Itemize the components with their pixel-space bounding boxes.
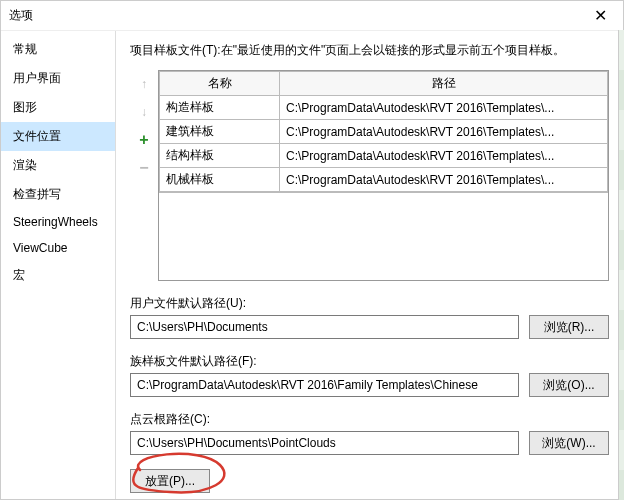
- col-header-path[interactable]: 路径: [280, 72, 608, 96]
- options-window: 选项 ✕ 常规 用户界面 图形 文件位置 渲染 检查拼写 SteeringWhe…: [0, 0, 624, 500]
- cell-name[interactable]: 构造样板: [160, 96, 280, 120]
- pointcloud-path-input[interactable]: [130, 431, 519, 455]
- field-user-path: 用户文件默认路径(U): 浏览(R)...: [130, 295, 609, 339]
- table-row[interactable]: 建筑样板 C:\ProgramData\Autodesk\RVT 2016\Te…: [160, 120, 608, 144]
- arrow-down-icon: ↓: [141, 105, 147, 119]
- table-area: ↑ ↓ + − 名称 路径: [130, 70, 609, 281]
- table-row[interactable]: 构造样板 C:\ProgramData\Autodesk\RVT 2016\Te…: [160, 96, 608, 120]
- cell-name[interactable]: 建筑样板: [160, 120, 280, 144]
- templates-table[interactable]: 名称 路径 构造样板 C:\ProgramData\Autodesk\RVT 2…: [158, 70, 609, 281]
- sidebar-item-graphics[interactable]: 图形: [1, 93, 115, 122]
- minus-icon: −: [139, 159, 148, 177]
- description-text: 项目样板文件(T):在"最近使用的文件"页面上会以链接的形式显示前五个项目样板。: [130, 41, 609, 60]
- sidebar-item-render[interactable]: 渲染: [1, 151, 115, 180]
- table-row[interactable]: 机械样板 C:\ProgramData\Autodesk\RVT 2016\Te…: [160, 168, 608, 192]
- sidebar-item-file-locations[interactable]: 文件位置: [1, 122, 115, 151]
- remove-row-button[interactable]: −: [134, 158, 154, 178]
- sidebar-item-ui[interactable]: 用户界面: [1, 64, 115, 93]
- cell-name[interactable]: 机械样板: [160, 168, 280, 192]
- field-label: 族样板文件默认路径(F):: [130, 353, 609, 370]
- cell-path[interactable]: C:\ProgramData\Autodesk\RVT 2016\Templat…: [280, 96, 608, 120]
- sidebar-item-macro[interactable]: 宏: [1, 261, 115, 290]
- field-label: 用户文件默认路径(U):: [130, 295, 609, 312]
- arrow-up-icon: ↑: [141, 77, 147, 91]
- window-title: 选项: [9, 7, 33, 24]
- browse-user-path-button[interactable]: 浏览(R)...: [529, 315, 609, 339]
- window-body: 常规 用户界面 图形 文件位置 渲染 检查拼写 SteeringWheels V…: [1, 31, 623, 499]
- cell-path[interactable]: C:\ProgramData\Autodesk\RVT 2016\Templat…: [280, 168, 608, 192]
- close-icon[interactable]: ✕: [586, 6, 615, 25]
- field-pointcloud-path: 点云根路径(C): 浏览(W)...: [130, 411, 609, 455]
- browse-pointcloud-path-button[interactable]: 浏览(W)...: [529, 431, 609, 455]
- sidebar-item-general[interactable]: 常规: [1, 35, 115, 64]
- table-toolbar: ↑ ↓ + −: [130, 70, 158, 281]
- family-path-input[interactable]: [130, 373, 519, 397]
- browse-family-path-button[interactable]: 浏览(O)...: [529, 373, 609, 397]
- cell-path[interactable]: C:\ProgramData\Autodesk\RVT 2016\Templat…: [280, 144, 608, 168]
- col-header-name[interactable]: 名称: [160, 72, 280, 96]
- cell-path[interactable]: C:\ProgramData\Autodesk\RVT 2016\Templat…: [280, 120, 608, 144]
- sidebar-item-steeringwheels[interactable]: SteeringWheels: [1, 209, 115, 235]
- sidebar-item-spellcheck[interactable]: 检查拼写: [1, 180, 115, 209]
- place-button[interactable]: 放置(P)...: [130, 469, 210, 493]
- table-empty-space: [159, 192, 608, 280]
- table-row[interactable]: 结构样板 C:\ProgramData\Autodesk\RVT 2016\Te…: [160, 144, 608, 168]
- add-row-button[interactable]: +: [134, 130, 154, 150]
- cell-name[interactable]: 结构样板: [160, 144, 280, 168]
- main-panel: 项目样板文件(T):在"最近使用的文件"页面上会以链接的形式显示前五个项目样板。…: [116, 31, 623, 499]
- move-down-button[interactable]: ↓: [134, 102, 154, 122]
- titlebar: 选项 ✕: [1, 1, 623, 31]
- field-family-path: 族样板文件默认路径(F): 浏览(O)...: [130, 353, 609, 397]
- sidebar-item-viewcube[interactable]: ViewCube: [1, 235, 115, 261]
- move-up-button[interactable]: ↑: [134, 74, 154, 94]
- sidebar: 常规 用户界面 图形 文件位置 渲染 检查拼写 SteeringWheels V…: [1, 31, 116, 499]
- plus-icon: +: [139, 131, 148, 149]
- user-path-input[interactable]: [130, 315, 519, 339]
- field-label: 点云根路径(C):: [130, 411, 609, 428]
- right-edge-strip: [618, 30, 624, 500]
